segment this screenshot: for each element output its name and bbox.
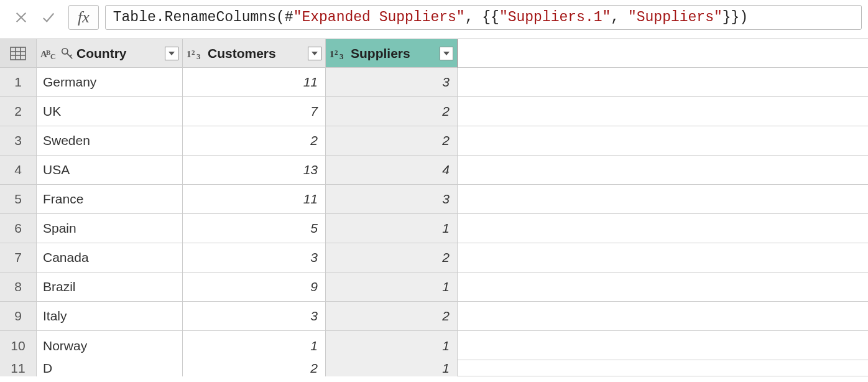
row-empty-space [458,156,868,185]
cell-country[interactable]: Italy [37,302,183,331]
header-row: ABC Country 123 Customers [0,39,868,68]
cell-customers[interactable]: 11 [183,185,326,214]
key-icon [60,47,74,60]
row-empty-space [458,331,868,360]
cell-customers[interactable]: 3 [183,302,326,331]
cell-suppliers[interactable]: 3 [326,68,458,97]
table-row: 5France113 [0,185,868,214]
cell-customers[interactable]: 2 [183,360,326,376]
row-empty-space [458,185,868,214]
cell-suppliers[interactable]: 1 [326,360,458,376]
cell-customers[interactable]: 3 [183,243,326,273]
fx-label: fx [78,9,90,26]
table-icon [10,47,26,60]
cell-customers[interactable]: 11 [183,68,326,97]
confirm-formula-button[interactable] [40,9,57,26]
row-number[interactable]: 6 [0,214,37,243]
svg-line-12 [70,54,72,56]
svg-marker-17 [312,52,318,55]
cell-suppliers[interactable]: 2 [326,302,458,331]
formula-bar: fx Table.RenameColumns(#"Expanded Suppli… [0,0,868,39]
cancel-formula-button[interactable] [12,9,30,26]
cell-country[interactable]: France [37,185,183,214]
row-number[interactable]: 3 [0,126,37,156]
cell-customers[interactable]: 5 [183,214,326,243]
filter-dropdown-country[interactable] [165,47,178,60]
svg-text:2: 2 [335,49,338,56]
cell-country[interactable]: Norway [37,331,183,360]
cell-country[interactable]: USA [37,156,183,185]
cell-country[interactable]: Brazil [37,273,183,302]
cell-suppliers[interactable]: 1 [326,273,458,302]
column-header-suppliers[interactable]: 123 Suppliers [326,39,458,68]
cell-customers[interactable]: 9 [183,273,326,302]
chevron-down-icon [443,50,450,57]
row-number[interactable]: 2 [0,97,37,126]
row-empty-space [458,68,868,97]
row-number[interactable]: 1 [0,68,37,97]
cell-suppliers[interactable]: 2 [326,243,458,273]
cell-suppliers[interactable]: 1 [326,331,458,360]
table-row: 8Brazil91 [0,273,868,302]
cell-suppliers[interactable]: 4 [326,156,458,185]
table-row: 1Germany113 [0,68,868,97]
row-empty-space [458,97,868,126]
column-label: Suppliers [351,46,437,61]
column-label: Customers [208,46,305,61]
text-type-icon: ABC [40,47,58,60]
svg-text:C: C [50,52,56,60]
number-type-icon: 123 [330,47,348,60]
svg-marker-13 [169,52,175,55]
data-grid: ABC Country 123 Customers [0,39,868,376]
svg-text:1: 1 [187,49,192,59]
cell-suppliers[interactable]: 2 [326,126,458,156]
cell-suppliers[interactable]: 2 [326,97,458,126]
cell-country[interactable]: Canada [37,243,183,273]
chevron-down-icon [168,50,175,57]
table-row: 9Italy32 [0,302,868,331]
cell-country[interactable]: UK [37,97,183,126]
row-number[interactable]: 10 [0,331,37,360]
cell-country[interactable]: Germany [37,68,183,97]
cell-suppliers[interactable]: 3 [326,185,458,214]
column-header-customers[interactable]: 123 Customers [183,39,326,68]
cell-customers[interactable]: 7 [183,97,326,126]
fx-indicator[interactable]: fx [68,5,99,30]
cell-country[interactable]: Sweden [37,126,183,156]
row-number[interactable]: 4 [0,156,37,185]
cell-country[interactable]: Spain [37,214,183,243]
filter-dropdown-customers[interactable] [308,47,321,60]
svg-line-11 [67,53,72,58]
cell-customers[interactable]: 2 [183,126,326,156]
table-row: 4USA134 [0,156,868,185]
table-row: 6Spain51 [0,214,868,243]
column-label: Country [76,46,162,61]
formula-input[interactable]: Table.RenameColumns(#"Expanded Suppliers… [105,5,862,30]
svg-rect-2 [11,47,25,60]
filter-dropdown-suppliers[interactable] [440,47,453,60]
svg-text:3: 3 [196,52,201,60]
number-type-icon: 123 [187,47,205,60]
select-all-corner[interactable] [0,39,37,68]
row-empty-space [458,243,868,273]
table-row: 7Canada32 [0,243,868,273]
cell-country[interactable]: D [37,360,183,376]
chevron-down-icon [311,50,318,57]
row-empty-space [458,273,868,302]
table-row: 10Norway11 [0,331,868,360]
row-number[interactable]: 8 [0,273,37,302]
svg-text:3: 3 [339,52,344,60]
table-row: 2UK72 [0,97,868,126]
header-empty-space [458,39,868,68]
cell-customers[interactable]: 13 [183,156,326,185]
row-number[interactable]: 11 [0,360,37,376]
svg-marker-21 [443,52,450,55]
row-number[interactable]: 9 [0,302,37,331]
cell-suppliers[interactable]: 1 [326,214,458,243]
row-number[interactable]: 7 [0,243,37,273]
table-row-partial: 11 D 2 1 [0,360,868,376]
row-empty-space [458,360,868,376]
cell-customers[interactable]: 1 [183,331,326,360]
column-header-country[interactable]: ABC Country [37,39,183,68]
row-number[interactable]: 5 [0,185,37,214]
